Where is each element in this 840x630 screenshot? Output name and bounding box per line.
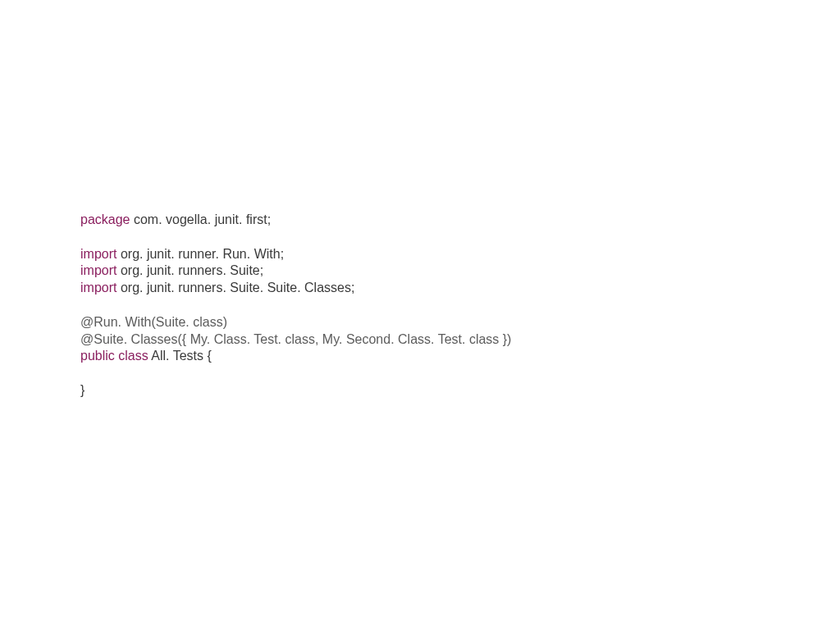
package-declaration: package com. vogella. junit. first; xyxy=(80,212,511,229)
blank-line xyxy=(80,229,511,246)
annotation-runwith: @Run. With(Suite. class) xyxy=(80,314,511,331)
keyword-package: package xyxy=(80,212,130,226)
class-declaration: public class All. Tests { xyxy=(80,348,511,365)
keyword-import: import xyxy=(80,247,116,261)
import-statement-1: import org. junit. runner. Run. With; xyxy=(80,246,511,263)
blank-line xyxy=(80,297,511,314)
blank-line xyxy=(80,365,511,382)
import-statement-2: import org. junit. runners. Suite; xyxy=(80,262,511,280)
class-name: All. Tests { xyxy=(148,349,212,363)
keyword-class: class xyxy=(118,349,148,363)
keyword-public: public xyxy=(80,349,115,363)
keyword-import: import xyxy=(80,281,116,294)
import-path: org. junit. runner. Run. With; xyxy=(116,247,284,261)
package-name: com. vogella. junit. first; xyxy=(130,212,272,226)
import-statement-3: import org. junit. runners. Suite. Suite… xyxy=(80,280,511,297)
annotation-suiteclasses: @Suite. Classes({ My. Class. Test. class… xyxy=(80,331,511,349)
keyword-import: import xyxy=(80,263,116,277)
closing-brace: } xyxy=(80,382,511,399)
import-path: org. junit. runners. Suite; xyxy=(116,263,263,277)
import-path: org. junit. runners. Suite. Suite. Class… xyxy=(116,281,354,294)
code-snippet: package com. vogella. junit. first; impo… xyxy=(80,212,511,399)
